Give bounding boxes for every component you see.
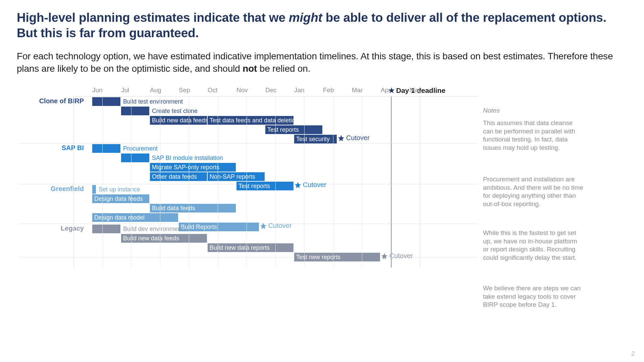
gridline (218, 97, 218, 267)
slide-subtitle: For each technology option, we have esti… (17, 50, 627, 75)
month-label: Feb (323, 86, 334, 94)
month-label: Nov (236, 86, 248, 94)
notes-header: Notes (483, 107, 500, 114)
title-em: might (289, 11, 322, 24)
gantt-track: Clone of BIRPBuild test environmentCreat… (18, 97, 478, 143)
gantt-bar: Test new reports (294, 253, 380, 261)
grid-left-edge (73, 97, 74, 267)
gridline (247, 97, 247, 267)
gantt-track: LegacyBuild dev environmentBuild new dat… (18, 224, 478, 257)
gridline (391, 97, 391, 267)
month-axis: JunJulAugSepOctNovDecJanFebMarAprMay (74, 86, 478, 97)
month-label: Dec (265, 86, 277, 94)
gantt-bar: Build new data feeds (121, 234, 207, 243)
gantt-bar: Procurement (92, 144, 120, 153)
gantt-bar: Set up instance (92, 185, 96, 194)
gridline (102, 97, 103, 267)
subtitle-bold: not (243, 63, 257, 74)
gantt-bar: Build dev environment (92, 225, 120, 233)
track-note: This assumes that data cleanse can be pe… (483, 119, 584, 152)
title-part-a: High-level planning estimates indicate t… (17, 11, 289, 24)
gantt-bar: Test data feeds and data deletion (208, 116, 293, 125)
month-label: Jul (121, 86, 129, 94)
gantt-bar-label: Build dev environment (123, 225, 183, 233)
gantt-track: SAP BIProcurementSAP BI module installat… (18, 143, 478, 184)
cutover-label: Cutover (346, 134, 370, 142)
month-label: Jun (92, 86, 103, 94)
gantt-bar: Test security (294, 135, 337, 143)
track-note: Procurement and installation are ambitio… (483, 175, 584, 208)
gantt-bar: Create test clone (121, 107, 149, 115)
track-bars: Build dev environmentBuild new data feed… (74, 224, 478, 257)
gantt-bar-label: Set up instance (99, 185, 140, 194)
cutover-marker: Cutover (337, 134, 370, 142)
gantt-bar: Build data feeds (150, 204, 236, 213)
gridline (362, 97, 362, 267)
track-bars: Set up instanceDesign data feedsBuild da… (74, 184, 478, 224)
subtitle-part-b: be relied on. (257, 63, 310, 74)
gantt-bar-label: Create test clone (152, 107, 198, 115)
track-note: We believe there are steps we can take e… (483, 284, 584, 309)
gantt-track: GreenfieldSet up instanceDesign data fee… (18, 184, 478, 224)
cutover-label: Cutover (389, 252, 413, 260)
gantt-bar: Build new data feeds (150, 116, 207, 125)
gantt-bar: Non-SAP reports (208, 172, 265, 181)
gantt-bar: Other data feeds (150, 172, 207, 181)
gridline (304, 97, 305, 267)
gridline (189, 97, 189, 267)
track-note: While this is the fastest to get set up,… (483, 229, 584, 262)
cutover-marker: Cutover (381, 252, 413, 260)
gridline (275, 97, 276, 267)
track-bars: ProcurementSAP BI module installationMig… (74, 143, 478, 184)
gantt-bar-label: SAP BI module installation (152, 154, 223, 162)
gantt-bar: Test reports (265, 125, 322, 134)
month-label: Apr (381, 86, 391, 94)
month-label: Aug (150, 86, 161, 94)
gantt-bar: Build test environment (92, 97, 120, 106)
gantt-bar-label: Procurement (123, 144, 158, 153)
gridline (160, 97, 160, 267)
gantt-bar: Design data feeds (92, 194, 149, 203)
subtitle-part-a: For each technology option, we have esti… (17, 51, 613, 74)
month-label: May (410, 86, 422, 94)
track-bars: Build test environmentCreate test cloneB… (74, 97, 478, 143)
slide-title: High-level planning estimates indicate t… (17, 10, 627, 41)
gantt-bar: Design data model (92, 213, 178, 222)
gridline (333, 97, 333, 267)
page-number: 2 (631, 350, 635, 357)
gantt-bar: SAP BI module installation (121, 154, 149, 162)
gridline (131, 97, 131, 267)
month-label: Sep (179, 86, 190, 94)
gantt-bar-label: Build test environment (123, 97, 183, 106)
month-label: Oct (208, 86, 218, 94)
gantt-chart: JunJulAugSepOctNovDecJanFebMarAprMay Clo… (18, 86, 478, 257)
month-label: Mar (352, 86, 363, 94)
gantt-bar: Build new data reports (208, 243, 293, 252)
grid-right-edge (420, 97, 420, 267)
gantt-tracks: Clone of BIRPBuild test environmentCreat… (18, 97, 478, 257)
month-label: Jan (294, 86, 305, 94)
gantt-bar: Migrate SAP-only reports (150, 163, 236, 172)
